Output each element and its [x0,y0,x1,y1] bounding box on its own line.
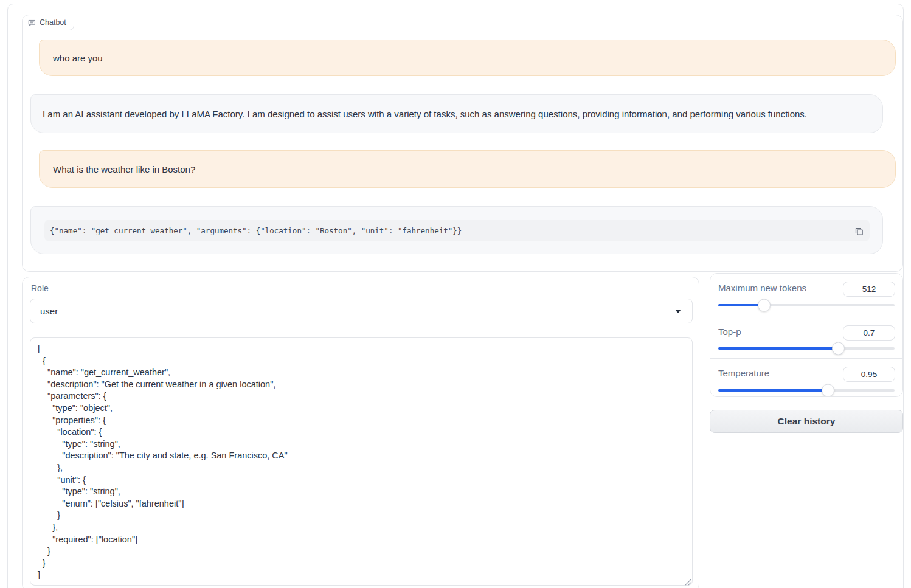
slider-fill [718,304,764,306]
top-p-slider[interactable] [718,347,895,350]
role-dropdown-value: user [40,306,58,316]
code-text: {"name": "get_current_weather", "argumen… [50,226,462,235]
generation-params-group: Maximum new tokens Top-p Temperature [710,273,903,397]
code-block: {"name": "get_current_weather", "argumen… [44,220,870,241]
param-label: Temperature [718,368,769,378]
message-input-panel: Role user [ { "name": "get_current_weath… [22,277,699,588]
temperature-input[interactable] [843,367,895,382]
chat-message-tool-call: {"name": "get_current_weather", "argumen… [30,206,883,254]
copy-icon [854,227,864,236]
chat-bubble-icon [28,19,36,27]
slider-handle[interactable] [758,299,771,312]
param-temperature: Temperature [710,358,902,397]
slider-fill [718,347,838,350]
temperature-slider[interactable] [718,389,895,392]
param-label: Top-p [718,327,741,337]
app-container: Chatbot who are you I am an AI assistant… [7,4,904,588]
chat-message-text: who are you [53,53,103,63]
chat-message-assistant: I am an AI assistant developed by LLaMA … [30,94,883,133]
chat-message-text: What is the weather like in Boston? [53,164,195,175]
copy-button[interactable] [853,225,865,237]
slider-handle[interactable] [832,342,845,355]
param-max-new-tokens: Maximum new tokens [710,274,902,317]
chatbot-label-text: Chatbot [40,18,66,27]
chatbot-panel: Chatbot who are you I am an AI assistant… [22,15,903,272]
chat-message-user: who are you [39,40,896,76]
top-p-input[interactable] [843,325,895,341]
role-dropdown[interactable]: user [30,299,693,323]
role-label: Role [31,283,49,293]
max-new-tokens-slider[interactable] [718,304,895,306]
param-top-p: Top-p [710,317,902,358]
slider-handle[interactable] [822,384,834,397]
clear-history-button[interactable]: Clear history [710,410,903,433]
chat-message-user: What is the weather like in Boston? [39,150,896,188]
tools-json-textarea[interactable]: [ { "name": "get_current_weather", "desc… [30,337,693,586]
resize-handle-icon[interactable] [684,577,691,584]
param-label: Maximum new tokens [718,283,806,293]
max-new-tokens-input[interactable] [843,282,895,297]
chat-message-text: I am an AI assistant developed by LLaMA … [43,109,807,119]
slider-fill [718,389,828,392]
chevron-down-icon [675,310,681,313]
chatbot-label-tab: Chatbot [22,15,74,30]
